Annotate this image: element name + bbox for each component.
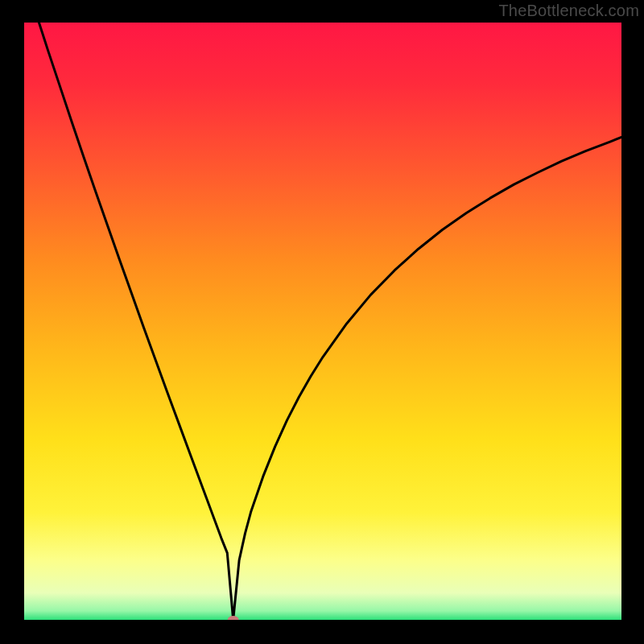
watermark-text: TheBottleneck.com [498,2,639,20]
gradient-background [24,23,621,620]
bottleneck-chart [0,0,644,644]
optimal-point-marker [228,616,239,624]
chart-frame: TheBottleneck.com [0,0,644,644]
